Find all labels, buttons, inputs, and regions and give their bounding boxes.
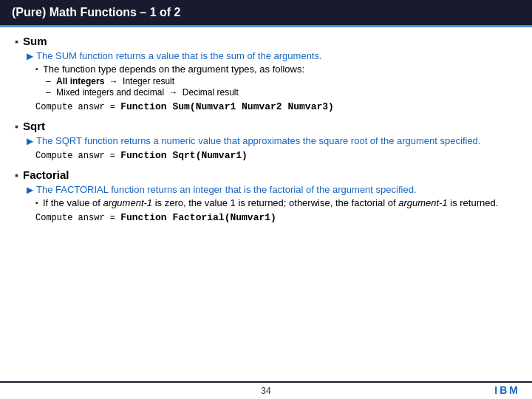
sqrt-description: The SQRT function returns a numeric valu… bbox=[36, 135, 480, 146]
sum-mixed-text: Mixed integers and decimal bbox=[56, 87, 164, 98]
sqrt-arrow-icon: ▶ bbox=[27, 136, 33, 146]
factorial-bullet-icon: ▪ bbox=[15, 169, 18, 181]
sum-all-integers: All integers bbox=[56, 76, 104, 86]
sum-function-keyword: Function bbox=[120, 101, 166, 112]
sum-sq-bullet-icon: ▪ bbox=[35, 64, 38, 73]
factorial-sq-bullet-icon: ▪ bbox=[35, 198, 38, 207]
factorial-level1: ▶ The FACTORIAL function returns an inte… bbox=[27, 184, 517, 195]
sum-label: Sum bbox=[23, 35, 47, 47]
sqrt-level1-item: ▶ The SQRT function returns a numeric va… bbox=[27, 135, 517, 146]
sum-level1: ▶ The SUM function returns a value that … bbox=[27, 50, 517, 61]
section-factorial: ▪ Factorial ▶ The FACTORIAL function ret… bbox=[15, 168, 517, 223]
page-container: (Pure) Math Functions – 1 of 2 ▪ Sum ▶ T… bbox=[0, 0, 532, 399]
sum-func-call: Sum(Numvar1 Numvar2 Numvar3) bbox=[167, 101, 334, 112]
factorial-compute-prefix: Compute answr = bbox=[35, 213, 120, 223]
factorial-compute-line: Compute answr = Function Factorial(Numva… bbox=[35, 212, 517, 223]
factorial-title: ▪ Factorial bbox=[15, 168, 517, 181]
factorial-level2-item: ▪ If the value of argument-1 is zero, th… bbox=[35, 197, 517, 208]
sum-dash2-icon: – bbox=[46, 87, 51, 98]
sqrt-bullet-icon: ▪ bbox=[15, 120, 18, 132]
sqrt-compute-line: Compute answr = Function Sqrt(Numvar1) bbox=[35, 150, 517, 161]
sum-title: ▪ Sum bbox=[15, 35, 517, 47]
sum-level2: ▪ The function type depends on the argum… bbox=[35, 64, 517, 75]
sqrt-func-call: Sqrt(Numvar1) bbox=[167, 150, 248, 161]
sum-arrow1-icon: → bbox=[109, 76, 118, 86]
factorial-subtext: If the value of argument-1 is zero, the … bbox=[43, 197, 498, 208]
factorial-level2: ▪ If the value of argument-1 is zero, th… bbox=[35, 197, 517, 208]
factorial-arrow-icon: ▶ bbox=[27, 185, 33, 195]
sum-dash1-icon: – bbox=[46, 76, 51, 86]
sum-level3-item1: – All integers → Integer result bbox=[46, 76, 517, 86]
section-sum: ▪ Sum ▶ The SUM function returns a value… bbox=[15, 35, 517, 112]
sum-level3-item2: – Mixed integers and decimal → Decimal r… bbox=[46, 87, 517, 98]
sqrt-compute-prefix: Compute answr = bbox=[35, 151, 120, 161]
sum-integer-result: Integer result bbox=[123, 76, 174, 86]
sum-bullet-icon: ▪ bbox=[15, 35, 18, 47]
factorial-label: Factorial bbox=[23, 168, 69, 181]
page-footer: 34 IBM bbox=[0, 381, 532, 399]
sum-description: The SUM function returns a value that is… bbox=[36, 50, 322, 61]
sum-subtext: The function type depends on the argumen… bbox=[43, 64, 304, 75]
sqrt-title: ▪ Sqrt bbox=[15, 120, 517, 132]
sum-level2-item: ▪ The function type depends on the argum… bbox=[35, 64, 517, 75]
sum-arrow2-icon: → bbox=[168, 87, 177, 98]
factorial-description: The FACTORIAL function returns an intege… bbox=[36, 184, 417, 195]
sqrt-level1: ▶ The SQRT function returns a numeric va… bbox=[27, 135, 517, 146]
page-header: (Pure) Math Functions – 1 of 2 bbox=[0, 0, 532, 27]
section-sqrt: ▪ Sqrt ▶ The SQRT function returns a num… bbox=[15, 120, 517, 161]
page-title: (Pure) Math Functions – 1 of 2 bbox=[12, 6, 180, 18]
sum-decimal-result: Decimal result bbox=[183, 87, 239, 98]
factorial-func-call: Factorial(Numvar1) bbox=[167, 212, 276, 223]
sum-level1-item: ▶ The SUM function returns a value that … bbox=[27, 50, 517, 61]
sqrt-label: Sqrt bbox=[23, 120, 45, 132]
sqrt-function-keyword: Function bbox=[120, 150, 166, 161]
main-content: ▪ Sum ▶ The SUM function returns a value… bbox=[0, 27, 532, 381]
sum-compute-line: Compute answr = Function Sum(Numvar1 Num… bbox=[35, 101, 517, 112]
sum-arrow-icon: ▶ bbox=[27, 51, 33, 61]
page-number: 34 bbox=[261, 386, 270, 396]
factorial-function-keyword: Function bbox=[120, 212, 166, 223]
sum-compute-prefix: Compute answr = bbox=[35, 102, 120, 112]
ibm-logo: IBM bbox=[494, 384, 520, 396]
ibm-logo-text: IBM bbox=[494, 384, 520, 396]
factorial-level1-item: ▶ The FACTORIAL function returns an inte… bbox=[27, 184, 517, 195]
